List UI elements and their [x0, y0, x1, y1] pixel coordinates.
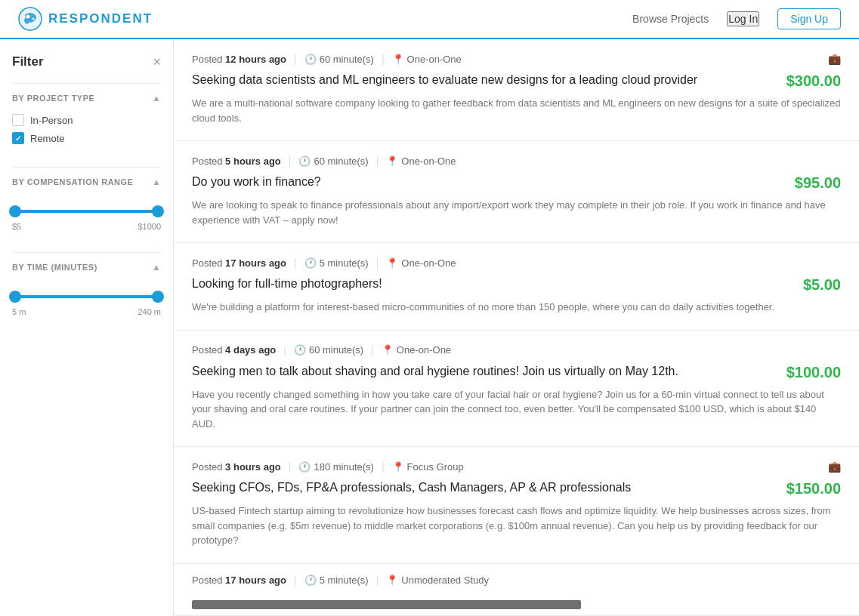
- filter-compensation-label: BY COMPENSATION RANGE: [12, 177, 133, 186]
- location-icon: 📍: [386, 257, 398, 269]
- header-nav: Browse Projects Log In Sign Up: [632, 8, 841, 29]
- filter-time: BY TIME (MINUTES) ▲ 5 m 240 m: [12, 252, 161, 325]
- project-title-row: Seeking men to talk about shaving and or…: [192, 364, 841, 381]
- time-range: 5 m 240 m: [12, 280, 161, 325]
- time-max-label: 240 m: [138, 307, 161, 316]
- svg-point-1: [26, 15, 30, 19]
- sidebar-header: Filter ×: [12, 54, 161, 69]
- project-description: Have you recently changed something in h…: [192, 387, 841, 432]
- project-description: We are looking to speak to finance profe…: [192, 198, 841, 227]
- project-meta: Posted 12 hours ago | 🕐 60 minute(s) | 📍…: [192, 53, 841, 65]
- posted-label: Posted 12 hours ago: [192, 54, 286, 65]
- location-icon: 📍: [392, 54, 404, 65]
- duration-text: 60 minute(s): [320, 54, 374, 65]
- clock-icon: 🕐: [298, 156, 311, 167]
- in-person-label: In-Person: [30, 115, 73, 126]
- posted-label: Posted 4 days ago: [192, 344, 276, 356]
- browse-projects-link[interactable]: Browse Projects: [632, 13, 709, 25]
- project-price: $300.00: [786, 72, 841, 90]
- filter-title: Filter: [12, 54, 44, 69]
- format-text: Unmoderated Study: [401, 574, 489, 586]
- clock-icon: 🕐: [294, 344, 306, 356]
- project-price: $100.00: [786, 364, 841, 381]
- briefcase-icon: 💼: [828, 460, 841, 473]
- sidebar: Filter × BY PROJECT TYPE ▲ In-Person Rem…: [0, 39, 174, 616]
- project-price: $95.00: [795, 174, 841, 192]
- filter-project-type-options: In-Person Remote: [12, 111, 161, 155]
- projects-list: Posted 12 hours ago | 🕐 60 minute(s) | 📍…: [174, 39, 859, 616]
- compensation-min-label: $5: [12, 222, 21, 231]
- filter-time-label: BY TIME (MINUTES): [12, 263, 97, 272]
- project-card[interactable]: Posted 12 hours ago | 🕐 60 minute(s) | 📍…: [174, 39, 859, 141]
- location-icon: 📍: [386, 156, 398, 167]
- filter-option-in-person[interactable]: In-Person: [12, 111, 161, 129]
- filter-compensation-header[interactable]: BY COMPENSATION RANGE ▲: [12, 168, 161, 195]
- compensation-range: $5 $1000: [12, 195, 161, 240]
- clock-icon: 🕐: [298, 461, 311, 473]
- clock-icon: 🕐: [304, 257, 317, 269]
- format-item: 📍 One-on-One: [386, 257, 456, 269]
- format-item: 📍 One-on-One: [386, 156, 456, 167]
- main-content: Posted 12 hours ago | 🕐 60 minute(s) | 📍…: [174, 39, 859, 616]
- compensation-track: [15, 210, 158, 213]
- project-meta: Posted 3 hours ago | 🕐 180 minute(s) | 📍…: [192, 460, 841, 473]
- project-title: Seeking men to talk about shaving and or…: [192, 364, 774, 380]
- project-meta: Posted 4 days ago | 🕐 60 minute(s) | 📍 O…: [192, 344, 841, 356]
- format-text: One-on-One: [397, 344, 451, 356]
- time-thumb-min[interactable]: [9, 291, 21, 303]
- duration-item: 🕐 60 minute(s): [304, 54, 374, 65]
- project-description: We are a multi-national software company…: [192, 96, 841, 125]
- filter-time-header[interactable]: BY TIME (MINUTES) ▲: [12, 253, 161, 280]
- signup-button[interactable]: Sign Up: [777, 8, 841, 29]
- format-text: One-on-One: [401, 257, 456, 269]
- remote-label: Remote: [30, 133, 65, 144]
- project-title-row: Seeking data scientists and ML engineers…: [192, 72, 841, 90]
- login-button[interactable]: Log In: [727, 11, 759, 26]
- compensation-fill: [15, 210, 158, 213]
- project-price: $150.00: [786, 480, 841, 497]
- location-icon: 📍: [382, 344, 394, 356]
- compensation-max-label: $1000: [138, 222, 161, 231]
- posted-label: Posted 17 hours ago: [192, 257, 286, 269]
- time-min-label: 5 m: [12, 307, 26, 316]
- header: RESPONDENT Browse Projects Log In Sign U…: [0, 0, 859, 39]
- compensation-labels: $5 $1000: [12, 222, 161, 231]
- project-card[interactable]: Posted 3 hours ago | 🕐 180 minute(s) | 📍…: [174, 447, 859, 564]
- location-icon: 📍: [392, 461, 404, 473]
- layout: Filter × BY PROJECT TYPE ▲ In-Person Rem…: [0, 39, 859, 616]
- posted-label: Posted 17 hours ago: [192, 574, 286, 586]
- time-thumb-max[interactable]: [152, 291, 164, 303]
- filter-project-type-label: BY PROJECT TYPE: [12, 94, 94, 103]
- time-fill: [15, 295, 158, 298]
- filter-compensation: BY COMPENSATION RANGE ▲ $5 $1000: [12, 167, 161, 240]
- project-card[interactable]: Posted 5 hours ago | 🕐 60 minute(s) | 📍 …: [174, 141, 859, 243]
- remote-checkbox[interactable]: [12, 132, 24, 144]
- filter-option-remote[interactable]: Remote: [12, 129, 161, 147]
- project-card[interactable]: Posted 4 days ago | 🕐 60 minute(s) | 📍 O…: [174, 331, 859, 448]
- project-title-row: Looking for full-time photographers! $5.…: [192, 276, 841, 294]
- logo: RESPONDENT: [18, 7, 153, 31]
- logo-icon: [18, 7, 42, 31]
- project-title: Seeking data scientists and ML engineers…: [192, 72, 774, 88]
- clock-icon: 🕐: [304, 54, 317, 65]
- project-description: US-based Fintech startup aiming to revol…: [192, 504, 841, 548]
- filter-project-type-header[interactable]: BY PROJECT TYPE ▲: [12, 84, 161, 111]
- chevron-up-icon: ▲: [152, 93, 161, 103]
- time-labels: 5 m 240 m: [12, 307, 161, 316]
- close-filter-button[interactable]: ×: [153, 55, 161, 69]
- project-card-partial[interactable]: Posted 17 hours ago | 🕐 5 minute(s) | 📍 …: [174, 564, 859, 616]
- format-text: One-on-One: [407, 54, 462, 65]
- project-meta: Posted 17 hours ago | 🕐 5 minute(s) | 📍 …: [192, 257, 841, 269]
- format-item: 📍 One-on-One: [392, 54, 462, 65]
- project-card[interactable]: Posted 17 hours ago | 🕐 5 minute(s) | 📍 …: [174, 243, 859, 331]
- project-title: Looking for full-time photographers!: [192, 276, 791, 292]
- project-meta: Posted 17 hours ago | 🕐 5 minute(s) | 📍 …: [192, 574, 841, 587]
- format-text: One-on-One: [401, 156, 456, 167]
- chevron-up-icon-3: ▲: [152, 262, 161, 273]
- duration-item: 🕐 60 minute(s): [298, 156, 368, 167]
- duration-text: 60 minute(s): [309, 344, 363, 356]
- compensation-thumb-min[interactable]: [9, 205, 21, 217]
- compensation-thumb-max[interactable]: [152, 205, 164, 217]
- posted-label: Posted 5 hours ago: [192, 156, 281, 167]
- in-person-checkbox[interactable]: [12, 114, 24, 126]
